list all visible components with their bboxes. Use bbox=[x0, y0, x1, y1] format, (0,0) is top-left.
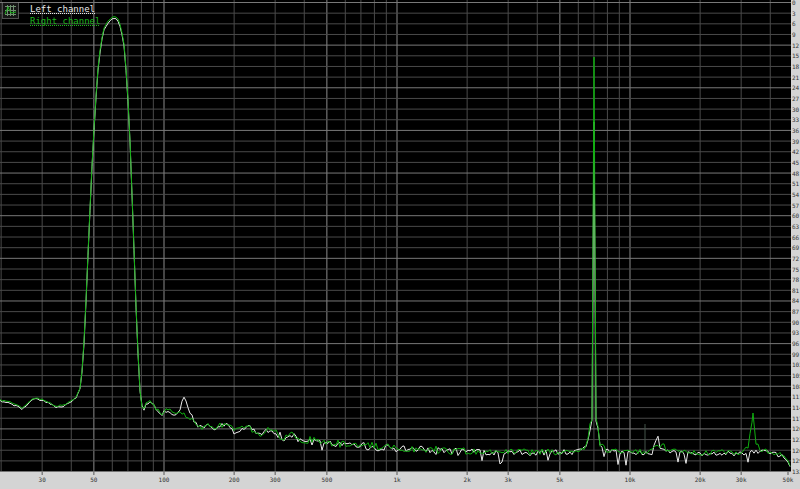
y-tick-label: 90 bbox=[792, 319, 800, 326]
y-tick-label: 45 bbox=[792, 159, 800, 166]
x-tick-label: 200 bbox=[229, 476, 240, 483]
y-tick-label: 0 bbox=[792, 0, 796, 6]
y-tick-label: 57 bbox=[792, 202, 800, 209]
y-tick-label: 63 bbox=[792, 223, 800, 230]
y-tick-label: 102 bbox=[792, 361, 800, 368]
y-tick-label: 24 bbox=[792, 84, 800, 91]
y-tick-label: 15 bbox=[792, 52, 800, 59]
x-tick-label: 30k bbox=[736, 476, 747, 483]
x-tick-label: 300 bbox=[270, 476, 281, 483]
y-tick-label: 33 bbox=[792, 116, 800, 123]
x-tick-label: 50k bbox=[783, 476, 794, 483]
y-tick-label: 120 bbox=[792, 425, 800, 432]
y-tick-label: 21 bbox=[792, 74, 800, 81]
y-tick-label: 66 bbox=[792, 234, 800, 241]
right-channel-trace bbox=[0, 17, 790, 466]
y-tick-label: 117 bbox=[792, 415, 800, 422]
x-tick-label: 100 bbox=[159, 476, 170, 483]
x-tick-label: 500 bbox=[321, 476, 332, 483]
y-tick-label: 72 bbox=[792, 255, 800, 262]
x-tick-label: 3k bbox=[505, 476, 513, 483]
y-tick-label: 84 bbox=[792, 297, 800, 304]
x-tick-label: 10k bbox=[625, 476, 636, 483]
spectrum-analyzer-window: 30501002003005001k2k3k5k10k20k30k50k0369… bbox=[0, 0, 800, 489]
legend: Left channel Right channel bbox=[2, 2, 100, 27]
spectrum-plot: 30501002003005001k2k3k5k10k20k30k50k0369… bbox=[0, 0, 800, 489]
y-tick-label: 132 bbox=[792, 468, 800, 475]
y-tick-label: 12 bbox=[792, 42, 800, 49]
grid-chart-icon[interactable] bbox=[2, 2, 19, 19]
legend-item-right-channel: Right channel bbox=[30, 15, 100, 27]
x-tick-label: 20k bbox=[695, 476, 706, 483]
y-tick-label: 78 bbox=[792, 276, 800, 283]
x-tick-label: 5k bbox=[556, 476, 564, 483]
y-tick-label: 42 bbox=[792, 148, 800, 155]
y-tick-label: 81 bbox=[792, 287, 800, 294]
y-tick-label: 6 bbox=[792, 20, 796, 27]
y-tick-label: 3 bbox=[792, 10, 796, 17]
y-tick-label: 36 bbox=[792, 127, 800, 134]
y-tick-label: 48 bbox=[792, 170, 800, 177]
y-tick-label: 27 bbox=[792, 95, 800, 102]
y-tick-label: 99 bbox=[792, 351, 800, 358]
y-tick-label: 69 bbox=[792, 244, 800, 251]
y-tick-label: 75 bbox=[792, 266, 800, 273]
x-tick-label: 1k bbox=[393, 476, 401, 483]
y-tick-label: 93 bbox=[792, 329, 800, 336]
y-tick-label: 114 bbox=[792, 404, 800, 411]
y-tick-label: 9 bbox=[792, 31, 796, 38]
y-tick-label: 39 bbox=[792, 138, 800, 145]
y-tick-label: 51 bbox=[792, 180, 800, 187]
y-tick-label: 126 bbox=[792, 447, 800, 454]
legend-item-left-channel: Left channel bbox=[30, 3, 100, 15]
y-tick-label: 123 bbox=[792, 436, 800, 443]
x-tick-label: 30 bbox=[39, 476, 47, 483]
y-tick-label: 30 bbox=[792, 106, 800, 113]
y-tick-label: 18 bbox=[792, 63, 800, 70]
y-tick-label: 54 bbox=[792, 191, 800, 198]
y-tick-label: 108 bbox=[792, 383, 800, 390]
x-tick-label: 2k bbox=[464, 476, 472, 483]
y-tick-label: 129 bbox=[792, 457, 800, 464]
x-tick-label: 50 bbox=[90, 476, 98, 483]
y-tick-label: 111 bbox=[792, 393, 800, 400]
y-tick-label: 96 bbox=[792, 340, 800, 347]
y-tick-label: 87 bbox=[792, 308, 800, 315]
y-tick-label: 105 bbox=[792, 372, 800, 379]
legend-labels: Left channel Right channel bbox=[30, 2, 100, 27]
y-tick-label: 60 bbox=[792, 212, 800, 219]
left-channel-trace bbox=[0, 19, 790, 467]
